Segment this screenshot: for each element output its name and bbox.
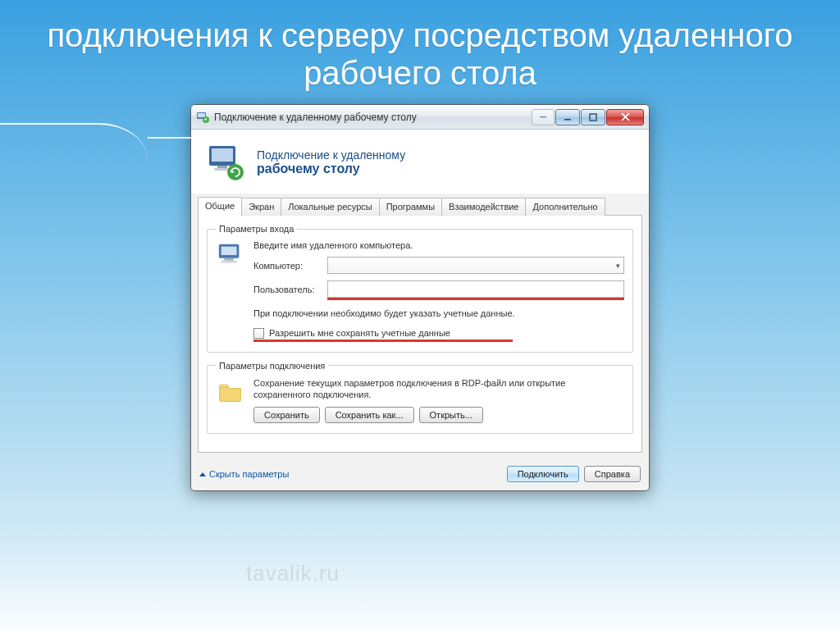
tab-general[interactable]: Общие [198,197,242,216]
hide-options-link[interactable]: Скрыть параметры [199,469,289,479]
tab-programs[interactable]: Программы [379,198,442,216]
username-input[interactable] [327,280,624,298]
dialog-header: Подключение к удаленному рабочему столу [191,130,649,194]
save-credentials-checkbox[interactable] [253,328,264,339]
svg-rect-14 [221,261,237,263]
tab-strip: Общие Экран Локальные ресурсы Программы … [191,197,649,216]
connection-settings-group: Параметры подключения Сохранение текущих… [207,361,633,435]
dropdown-arrow-icon: ▾ [616,262,620,270]
slide-title: подключения к серверу посредством удален… [0,0,840,104]
login-instruction: Введите имя удаленного компьютера. [253,240,624,250]
titlebar[interactable]: Подключение к удаленному рабочему столу [191,105,649,130]
computer-icon [216,240,245,342]
save-credentials-label: Разрешить мне сохранять учетные данные [269,328,450,338]
dialog-footer: Скрыть параметры Подключить Справка [191,459,649,490]
help-button[interactable]: Справка [584,466,641,482]
help-window-button[interactable] [532,109,555,125]
dialog-header-text: Подключение к удаленному рабочему столу [257,148,405,176]
login-settings-group: Параметры входа Введите имя удаленного к… [207,224,633,353]
highlight-username [327,298,624,300]
connection-legend: Параметры подключения [216,361,328,371]
header-line2: рабочему столу [257,162,405,176]
watermark: tavalik.ru [246,561,340,586]
svg-rect-3 [540,116,546,117]
computer-label: Компьютер: [253,261,327,271]
maximize-button[interactable] [581,109,605,125]
tab-display[interactable]: Экран [241,198,281,216]
svg-rect-4 [564,119,571,121]
open-button[interactable]: Открыть... [419,407,483,423]
rdp-app-icon [196,111,209,124]
collapse-arrow-icon [199,472,206,476]
tab-local-resources[interactable]: Локальные ресурсы [281,198,379,216]
connection-note: Сохранение текущих параметров подключени… [253,377,624,401]
folder-icon [216,377,245,424]
header-line1: Подключение к удаленному [257,148,405,162]
svg-rect-1 [198,113,205,117]
svg-rect-8 [217,166,227,168]
minimize-button[interactable] [555,109,580,125]
credentials-note: При подключении необходимо будет указать… [253,308,624,320]
highlight-save-creds [253,340,513,342]
save-as-button[interactable]: Сохранить как... [325,407,414,423]
close-button[interactable] [606,109,644,125]
tab-advanced[interactable]: Дополнительно [525,198,605,216]
connect-button[interactable]: Подключить [507,466,579,482]
user-label: Пользователь: [253,285,327,294]
rdp-dialog-window: Подключение к удаленному рабочему столу … [190,104,650,491]
svg-rect-13 [224,258,233,261]
svg-point-10 [227,164,244,180]
tab-panel-general: Параметры входа Введите имя удаленного к… [198,216,642,453]
computer-combobox[interactable]: ▾ [327,257,624,274]
titlebar-text: Подключение к удаленному рабочему столу [214,112,531,123]
decorative-wave [0,123,148,160]
hide-options-text: Скрыть параметры [209,469,289,479]
svg-rect-12 [221,247,237,255]
save-button[interactable]: Сохранить [253,407,320,423]
svg-rect-7 [212,148,233,162]
svg-rect-5 [590,114,596,121]
rdp-header-icon [206,143,245,182]
login-legend: Параметры входа [216,224,297,234]
window-buttons [531,109,644,125]
tab-experience[interactable]: Взаимодействие [441,198,526,216]
